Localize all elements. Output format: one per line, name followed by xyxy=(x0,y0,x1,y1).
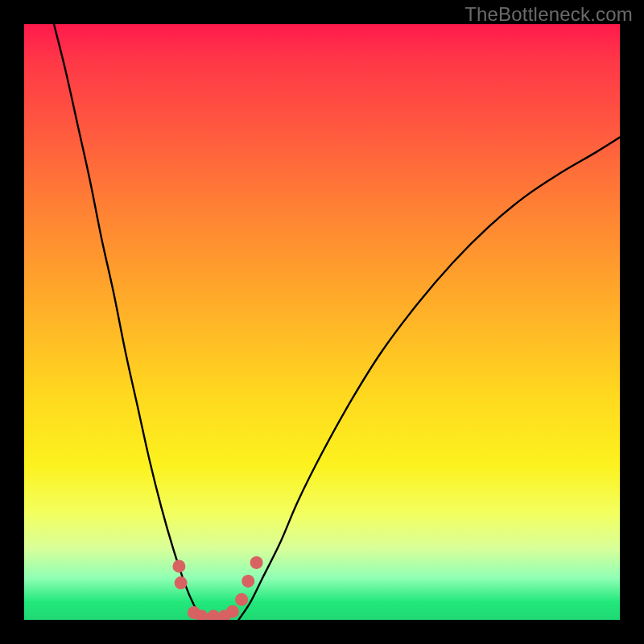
marker-dot xyxy=(226,605,239,618)
marker-dot xyxy=(175,576,188,589)
left-curve xyxy=(54,24,203,620)
watermark-text: TheBottleneck.com xyxy=(464,3,633,26)
chart-frame: TheBottleneck.com xyxy=(0,0,644,644)
plot-area xyxy=(24,24,620,620)
right-curve xyxy=(238,138,620,620)
marker-dot xyxy=(242,575,254,588)
marker-dot xyxy=(235,593,248,606)
marker-dot xyxy=(250,556,263,569)
marker-dot xyxy=(172,559,185,572)
chart-overlay xyxy=(24,24,620,620)
